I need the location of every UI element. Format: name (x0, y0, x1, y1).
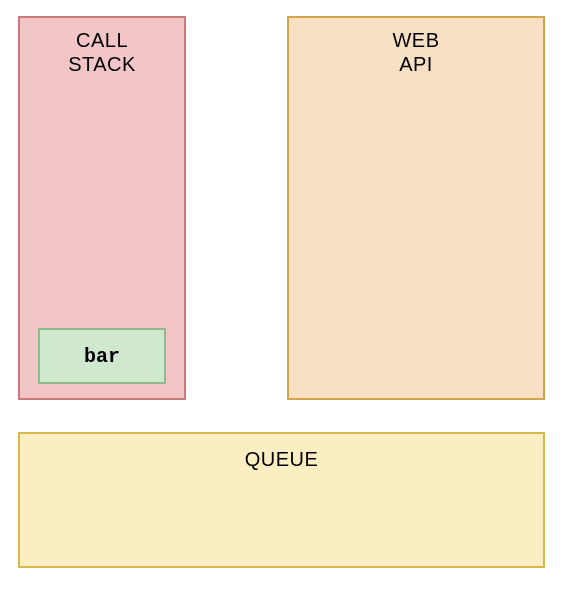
queue-title: QUEUE (20, 448, 543, 471)
stack-frame-label: bar (84, 345, 120, 368)
call-stack-box: CALL STACK bar (18, 16, 186, 400)
stack-frame: bar (38, 328, 166, 384)
queue-box: QUEUE (18, 432, 545, 568)
web-api-title: WEB API (289, 28, 543, 76)
call-stack-title: CALL STACK (20, 28, 184, 76)
web-api-box: WEB API (287, 16, 545, 400)
